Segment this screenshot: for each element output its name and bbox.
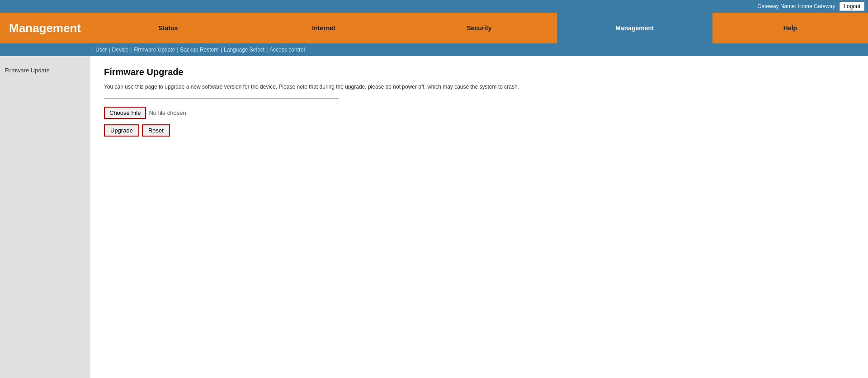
choose-file-label[interactable]: Choose File [104,107,146,119]
subnav-backup-restore[interactable]: Backup Restore [180,47,219,53]
subnav-language-select[interactable]: Language Select [224,47,264,53]
nav-status[interactable]: Status [90,13,246,43]
nav-management[interactable]: Management [557,13,712,43]
sidebar: Firmware Update [0,56,90,378]
top-bar: Gateway Name: Home Gateway Logout [0,0,868,13]
reset-button[interactable]: Reset [142,124,170,137]
file-area: Choose File No file chosen [104,107,854,119]
divider [104,98,339,99]
gateway-name: Gateway Name: Home Gateway [757,3,835,9]
header: Management Status Internet Security Mana… [0,13,868,43]
sidebar-item-firmware-update[interactable]: Firmware Update [5,65,86,76]
main-nav: Status Internet Security Management Help [90,13,868,43]
subnav-access-control[interactable]: Access control [269,47,305,53]
file-chosen-text: No file chosen [149,109,186,116]
logout-button[interactable]: Logout [840,2,864,11]
main-content: Firmware Upgrade You can use this page t… [90,56,868,378]
nav-internet[interactable]: Internet [246,13,401,43]
action-buttons: Upgrade Reset [104,124,854,137]
upgrade-button[interactable]: Upgrade [104,124,139,137]
brand-title: Management [0,21,90,35]
subnav-user[interactable]: User [95,47,107,53]
nav-help[interactable]: Help [712,13,868,43]
subnav-firmware-update[interactable]: Firmware Update [133,47,175,53]
nav-security[interactable]: Security [401,13,557,43]
page-title: Firmware Upgrade [104,67,854,77]
sub-nav: | User | Device | Firmware Update | Back… [0,43,868,56]
page-layout: Firmware Update Firmware Upgrade You can… [0,56,868,378]
description: You can use this page to upgrade a new s… [104,83,854,91]
subnav-device[interactable]: Device [112,47,129,53]
